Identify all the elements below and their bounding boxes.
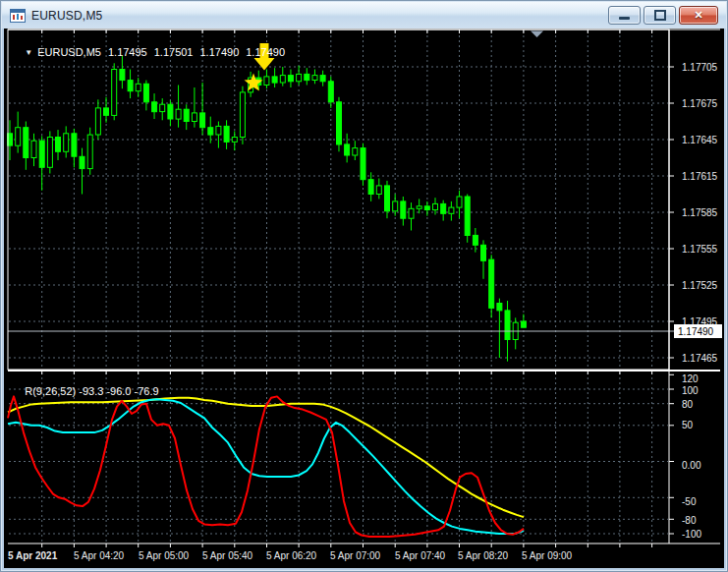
candle-bull [312,76,317,81]
candle-bear [345,144,350,155]
candle-bull [31,141,36,157]
header-high: 1.17501 [154,46,194,58]
price-axis-label: 1.17465 [682,353,718,364]
time-axis-label: 5 Apr 2021 [8,550,58,561]
candle-bull [353,148,358,155]
candle-bull [87,135,92,169]
candle-bear [441,203,446,213]
time-axis[interactable]: 5 Apr 20215 Apr 04:205 Apr 05:005 Apr 05… [8,550,573,561]
indicator-label: R(9,26,52) -93.3 -96.0 -76.9 [13,373,159,409]
candle-bear [401,201,406,218]
time-axis-label: 5 Apr 09:00 [522,550,573,561]
chart-window: EURUSD,M5 ✕ 1.177051.176751.176451.17615… [0,0,728,572]
indicator-axis-label: 0.00 [682,460,701,471]
candle-bear [385,186,390,211]
candle-bull [112,70,117,116]
candle-bull [409,208,414,218]
candle-bear [521,321,526,327]
restore-icon [654,10,666,21]
candle-bull [393,201,398,211]
candle-bear [184,109,189,121]
indicator-values: -93.3 -96.0 -76.9 [79,385,158,397]
candle-bear [497,304,502,311]
candle-bull [240,92,245,138]
candle-bear [168,104,173,119]
candle-bear [72,134,77,156]
time-axis-label: 5 Apr 06:20 [266,550,317,561]
candle-bear [24,128,28,158]
title-bar[interactable]: EURUSD,M5 ✕ [2,2,726,29]
candle-bear [505,311,510,340]
candle-bear [143,84,148,102]
time-axis-label: 5 Apr 07:00 [330,550,381,561]
indicator-axis-label: -100 [682,529,701,540]
price-axis-label: 1.17555 [682,244,718,255]
chart-header: ▼EURUSD,M51.174951.175011.174901.17490 [13,34,285,70]
indicator-name: R(9,26,52) [25,385,76,397]
header-close: 1.17490 [246,46,285,58]
current-price-box: 1.17490 [674,324,722,338]
time-axis-label: 5 Apr 04:20 [74,550,125,561]
candle-bull [160,104,165,111]
candle-bear [56,138,61,152]
close-icon: ✕ [694,10,702,21]
minimize-button[interactable] [608,6,641,25]
close-button[interactable]: ✕ [679,6,718,25]
candle-bull [280,76,285,83]
candle-bear [200,113,205,128]
candle-bull [457,197,462,207]
price-axis[interactable]: 1.177051.176751.176451.176151.175851.175… [682,62,718,364]
candle-bear [337,102,342,144]
indicator-axis-label: -50 [682,496,697,507]
indicator-axis-label: 100 [682,385,699,396]
candle-bull [376,186,381,195]
candle-bear [104,108,109,115]
restore-button[interactable] [644,6,676,25]
candle-bear [39,141,44,167]
candle-bull [433,203,438,209]
price-axis-label: 1.17675 [682,98,718,109]
header-symbol: EURUSD,M5 [37,46,101,58]
minimize-icon [619,17,630,20]
indicator-axis-label: -80 [682,515,697,526]
indicator-axis-label: 80 [682,399,694,410]
candle-bear [489,259,494,308]
candle-bear [288,76,293,82]
candle-bear [473,235,477,245]
candle-bull [449,207,454,213]
indicator-axis-label: 50 [682,420,694,430]
candle-bear [305,74,309,80]
candle-bull [417,206,421,209]
candle-bull [16,128,21,146]
candle-bull [176,109,181,119]
current-price-value: 1.17490 [678,326,713,337]
candle-bull [136,84,140,90]
candle-bull [232,138,237,143]
candle-bear [224,126,229,142]
candle-bull [264,77,269,86]
time-axis-label: 5 Apr 08:20 [458,550,509,561]
chart-icon [10,9,26,23]
candle-bull [47,138,52,168]
header-open: 1.17495 [108,46,147,58]
candle-bear [424,206,429,210]
candle-bear [465,197,470,236]
candle-bear [361,148,365,180]
time-axis-label: 5 Apr 05:40 [202,550,253,561]
indicator-axis-label: 120 [682,373,699,384]
candle-bear [120,70,125,81]
candle-bull [216,126,221,135]
price-axis-label: 1.17705 [682,62,718,73]
chart-canvas[interactable]: 1.177051.176751.176451.176151.175851.175… [4,29,724,568]
chart-area[interactable]: 1.177051.176751.176451.176151.175851.175… [4,29,724,568]
candle-bear [208,128,213,135]
candle-bear [368,180,373,195]
candle-bull [95,108,100,135]
candle-bull [192,113,196,122]
candle-bear [328,82,333,102]
candle-bear [272,77,277,83]
candle-bull [297,74,302,81]
price-axis-label: 1.17585 [682,207,718,218]
candle-bear [128,81,133,91]
symbol-dropdown-icon[interactable]: ▼ [25,48,32,57]
